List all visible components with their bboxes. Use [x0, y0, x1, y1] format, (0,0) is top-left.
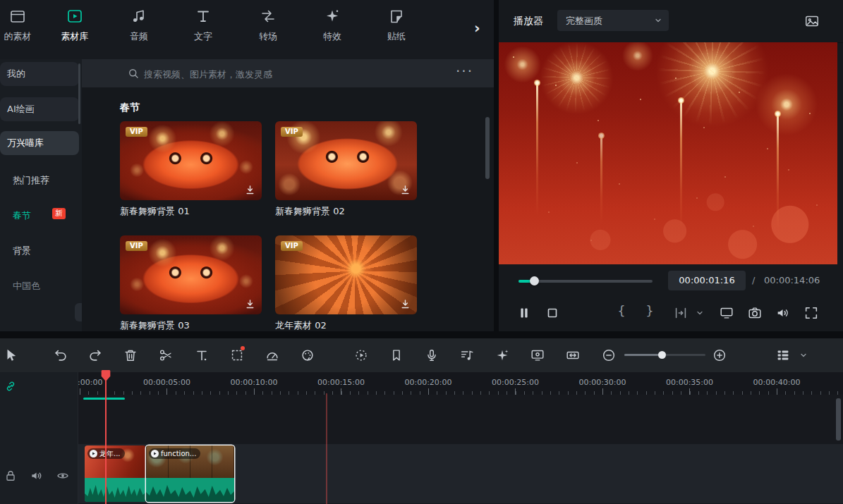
stock-media-icon — [66, 8, 83, 25]
fullscreen-icon[interactable] — [803, 305, 819, 321]
tab-sticker[interactable]: 贴纸 — [373, 8, 420, 43]
timeline-ruler[interactable]: :00:00 00:00:05:00 00:00:10:00 00:00:15:… — [78, 372, 843, 395]
sidebar-item-background[interactable]: 背景 — [13, 245, 31, 257]
tab-label: 贴纸 — [387, 31, 406, 42]
select-tool-icon[interactable] — [4, 348, 19, 363]
media-card[interactable]: VIP 新春舞狮背景 03 — [120, 235, 262, 331]
clip-title: 龙年... — [99, 450, 121, 457]
sidebar-item-spring-festival[interactable]: 春节 — [13, 209, 31, 222]
tab-effects[interactable]: 特效 — [309, 8, 356, 43]
display-output-icon[interactable] — [719, 305, 734, 321]
media-thumbnail[interactable]: VIP — [120, 121, 262, 200]
zoom-in-icon[interactable] — [712, 348, 727, 363]
new-feature-dot — [241, 346, 245, 350]
library-scrollbar[interactable] — [485, 117, 490, 179]
ruler-label: 00:00:25:00 — [492, 378, 539, 387]
snapshot-camera-icon[interactable] — [747, 305, 763, 321]
volume-icon[interactable] — [775, 305, 791, 321]
search-input[interactable] — [142, 59, 427, 89]
ruler-label: 00:00:20:00 — [404, 378, 451, 387]
sparkle-effect-icon[interactable] — [495, 348, 510, 363]
tab-transition[interactable]: 转场 — [245, 8, 291, 43]
expand-tabs-arrow[interactable]: › — [474, 20, 480, 37]
in-out-range-icon[interactable] — [673, 305, 689, 321]
color-palette-icon[interactable] — [300, 348, 315, 363]
sticker-icon — [388, 8, 405, 25]
hide-track-eye-icon[interactable] — [56, 469, 70, 483]
tab-stock-media[interactable]: 素材库 — [51, 8, 98, 43]
media-card[interactable]: VIP 新春舞狮背景 02 — [275, 121, 417, 218]
text-tool-icon[interactable] — [194, 348, 210, 363]
search-icon — [127, 67, 140, 80]
link-clips-icon[interactable] — [4, 380, 18, 394]
redo-icon[interactable] — [87, 348, 103, 363]
tab-label: 文字 — [194, 31, 212, 42]
tab-my-media[interactable]: 的素材 — [0, 8, 41, 43]
timeline-clip[interactable]: 龙年... — [85, 445, 146, 502]
ruler-ticks-major — [78, 388, 843, 395]
motion-tracking-icon[interactable] — [353, 348, 369, 363]
download-icon[interactable] — [399, 298, 411, 310]
player-panel: 播放器 完整画质 00:00:01:16 / 00:00:14:0 — [499, 0, 843, 331]
video-preview[interactable] — [499, 42, 837, 264]
tab-label: 音频 — [130, 31, 148, 42]
timeline-scrollbar[interactable] — [836, 398, 841, 441]
split-scissors-icon[interactable] — [158, 348, 174, 363]
mute-track-icon[interactable] — [30, 469, 44, 483]
lock-track-icon[interactable] — [4, 469, 18, 483]
mark-out-button[interactable]: } — [645, 303, 655, 318]
marker-icon[interactable] — [389, 348, 404, 363]
sidebar-item-stock[interactable]: 万兴喵库 — [0, 131, 79, 155]
ruler-label: 00:00:40:00 — [753, 378, 800, 387]
more-options-icon[interactable]: ··· — [456, 63, 473, 80]
vip-badge: VIP — [281, 127, 303, 137]
quality-dropdown[interactable]: 完整画质 — [557, 10, 669, 31]
delete-icon[interactable] — [123, 348, 138, 363]
record-voiceover-icon[interactable] — [424, 348, 439, 363]
sidebar-item-mine[interactable]: 我的 — [0, 62, 79, 86]
stop-button[interactable] — [545, 305, 560, 321]
tab-label: 的素材 — [4, 31, 32, 42]
download-icon[interactable] — [399, 184, 411, 196]
sidebar-item-china-color[interactable]: 中国色 — [13, 280, 40, 293]
seek-handle[interactable] — [530, 276, 539, 285]
image-icon[interactable] — [803, 13, 820, 29]
media-card[interactable]: VIP 新春舞狮背景 01 — [120, 121, 262, 218]
sidebar-item-hot[interactable]: 热门推荐 — [13, 174, 49, 187]
playhead-handle[interactable] — [100, 369, 111, 383]
tab-label: 特效 — [323, 31, 341, 42]
timeline-zoom-handle[interactable] — [658, 351, 666, 359]
quality-value: 完整画质 — [566, 15, 602, 27]
player-header: 播放器 完整画质 — [499, 0, 843, 43]
auto-ripple-icon[interactable] — [565, 348, 581, 363]
firework-sparks — [499, 42, 837, 264]
chevron-down-icon[interactable] — [799, 351, 808, 359]
mark-in-button[interactable]: { — [617, 303, 626, 318]
ruler-label: 00:00:35:00 — [666, 378, 713, 387]
pause-button[interactable] — [516, 305, 532, 321]
chevron-down-icon[interactable] — [696, 309, 704, 317]
audio-beat-icon[interactable] — [459, 348, 475, 363]
new-badge: 新 — [52, 208, 66, 219]
top-tab-bar: 的素材 素材库 音频 文字 — [0, 0, 494, 60]
download-icon[interactable] — [244, 298, 256, 310]
undo-icon[interactable] — [53, 348, 68, 363]
timeline-clip-selected[interactable]: function... — [146, 445, 234, 502]
media-card[interactable]: VIP 龙年素材 02 — [275, 235, 417, 331]
zoom-out-icon[interactable] — [601, 348, 617, 363]
download-icon[interactable] — [244, 184, 256, 196]
media-thumbnail[interactable]: VIP — [275, 121, 417, 200]
video-editor-app: 的素材 素材库 音频 文字 — [0, 0, 843, 504]
screen-record-icon[interactable] — [530, 348, 545, 363]
playhead-line — [105, 372, 107, 504]
track-manager-icon[interactable] — [775, 348, 791, 363]
sidebar-item-ai-paint[interactable]: AI绘画 — [0, 97, 79, 121]
media-thumbnail[interactable]: VIP — [275, 235, 417, 314]
speed-icon[interactable] — [265, 348, 280, 363]
tab-text[interactable]: 文字 — [180, 8, 226, 43]
sidebar-scrollbar[interactable] — [78, 63, 80, 124]
tab-audio[interactable]: 音频 — [116, 8, 162, 43]
track-header-gutter — [0, 372, 78, 504]
chevron-down-icon — [654, 16, 662, 25]
media-thumbnail[interactable]: VIP — [120, 235, 262, 314]
